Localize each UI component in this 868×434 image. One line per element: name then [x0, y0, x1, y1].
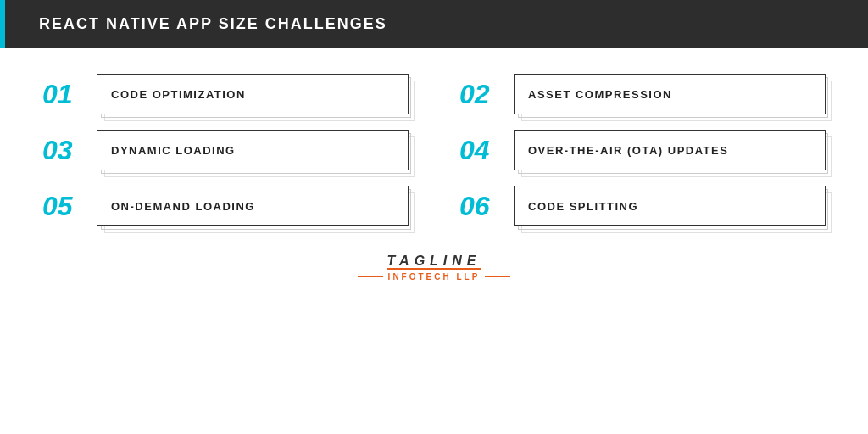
footer-line-left	[358, 276, 383, 278]
list-item-05: 05ON-DEMAND LOADING	[42, 186, 409, 226]
footer-line-right	[485, 276, 510, 278]
item-number-04: 04	[459, 136, 500, 164]
item-box-05: ON-DEMAND LOADING	[97, 186, 409, 226]
item-number-02: 02	[459, 81, 500, 108]
list-item-02: 02ASSET COMPRESSION	[459, 74, 826, 114]
header: REACT NATIVE APP SIZE CHALLENGES	[0, 0, 868, 48]
list-item-04: 04OVER-THE-AIR (OTA) UPDATES	[459, 130, 826, 170]
list-item-01: 01CODE OPTIMIZATION	[42, 74, 409, 114]
brand-name: TAGLINE	[387, 253, 481, 269]
footer-subtext: INFOTECH LLP	[388, 272, 481, 281]
item-label-05: ON-DEMAND LOADING	[111, 200, 255, 213]
item-number-06: 06	[459, 192, 500, 220]
item-label-02: ASSET COMPRESSION	[528, 88, 672, 101]
item-number-05: 05	[42, 192, 83, 220]
item-box-04: OVER-THE-AIR (OTA) UPDATES	[514, 130, 826, 170]
item-label-06: CODE SPLITTING	[528, 200, 638, 213]
item-box-01: CODE OPTIMIZATION	[97, 74, 409, 114]
item-box-02: ASSET COMPRESSION	[514, 74, 826, 114]
item-label-04: OVER-THE-AIR (OTA) UPDATES	[528, 144, 728, 157]
item-number-03: 03	[42, 136, 83, 164]
item-label-01: CODE OPTIMIZATION	[111, 88, 246, 101]
list-item-03: 03DYNAMIC LOADING	[42, 130, 409, 170]
item-label-03: DYNAMIC LOADING	[111, 144, 236, 157]
list-item-06: 06CODE SPLITTING	[459, 186, 826, 226]
footer-sub-row: INFOTECH LLP	[358, 272, 511, 281]
item-number-01: 01	[42, 81, 83, 108]
item-box-06: CODE SPLITTING	[514, 186, 826, 226]
item-box-03: DYNAMIC LOADING	[97, 130, 409, 170]
footer: TAGLINE INFOTECH LLP	[0, 250, 868, 285]
main-content: 01CODE OPTIMIZATION02ASSET COMPRESSION03…	[0, 48, 868, 243]
header-title: REACT NATIVE APP SIZE CHALLENGES	[39, 15, 387, 33]
